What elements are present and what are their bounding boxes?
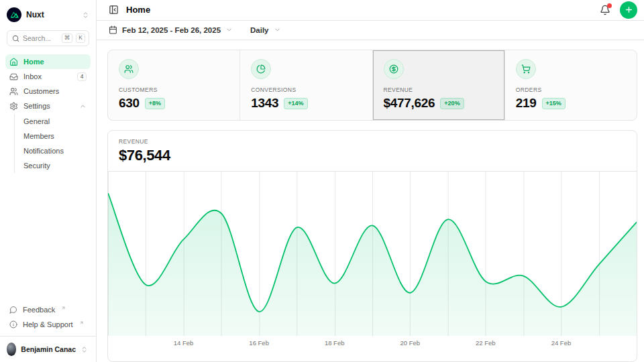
- chevrons-up-down-icon: [80, 346, 88, 353]
- sidebar-item-members[interactable]: Members: [23, 129, 91, 143]
- chevron-down-icon: [225, 26, 233, 34]
- stat-value: 219: [516, 96, 537, 111]
- stat-label: REVENUE: [384, 86, 494, 93]
- x-axis-tick: 18 Feb: [325, 339, 345, 347]
- kbd-meta: ⌘: [62, 34, 73, 42]
- stat-delta-badge: +14%: [284, 98, 307, 109]
- main-area: Home Feb 12, 2025 - Feb 26, 2025 Daily: [97, 0, 644, 362]
- pie-chart-icon: [251, 59, 271, 79]
- stat-label: ORDERS: [516, 86, 626, 93]
- sidebar-item-home[interactable]: Home: [5, 54, 91, 69]
- chart-metric-label: REVENUE: [119, 138, 626, 145]
- arrow-up-right-icon: [61, 306, 66, 310]
- search-input[interactable]: [23, 34, 58, 42]
- x-axis-tick: 24 Feb: [551, 339, 572, 347]
- foot-link-label: Feedback: [23, 306, 55, 314]
- sidebar-item-general[interactable]: General: [23, 114, 91, 129]
- sidebar-item-label: Home: [23, 58, 44, 66]
- user-section: Benjamin Canac: [0, 336, 96, 362]
- sidebar-item-notifications[interactable]: Notifications: [23, 143, 91, 158]
- gear-icon: [9, 102, 18, 111]
- stat-delta-badge: +15%: [542, 98, 566, 109]
- sidebar-item-settings[interactable]: Settings: [5, 99, 91, 113]
- stat-label: CONVERSIONS: [251, 86, 361, 93]
- chevrons-up-down-icon: [82, 11, 89, 19]
- search-input-wrapper[interactable]: ⌘ K: [7, 30, 89, 46]
- stats-row: CUSTOMERS 630 +8% CONVERSIONS 1343 +14%: [107, 50, 637, 121]
- search-icon: [12, 35, 19, 42]
- filters-toolbar: Feb 12, 2025 - Feb 26, 2025 Daily: [97, 21, 644, 40]
- sidebar-item-inbox[interactable]: Inbox 4: [5, 69, 91, 84]
- avatar: [7, 343, 16, 356]
- stat-value: $477,626: [384, 96, 435, 111]
- page-title: Home: [126, 5, 150, 15]
- chart-metric-value: $76,544: [119, 147, 626, 164]
- stat-value: 630: [119, 96, 140, 111]
- feedback-link[interactable]: Feedback: [5, 302, 91, 317]
- help-support-link[interactable]: Help & Support: [5, 317, 91, 332]
- date-range-button[interactable]: Feb 12, 2025 - Feb 26, 2025: [107, 23, 234, 37]
- stat-card-revenue[interactable]: REVENUE $477,626 +20%: [373, 50, 505, 120]
- user-menu[interactable]: Benjamin Canac: [5, 341, 91, 357]
- chart-canvas: [108, 172, 637, 336]
- arrow-up-right-icon: [79, 320, 84, 325]
- message-bubble-icon: [9, 306, 17, 314]
- sidebar-item-customers[interactable]: Customers: [5, 84, 91, 99]
- collapse-sidebar-button[interactable]: [107, 3, 120, 16]
- x-axis-tick: 16 Feb: [249, 339, 269, 347]
- chart-header: REVENUE $76,544: [108, 131, 637, 172]
- users-icon: [9, 87, 18, 96]
- stat-label: CUSTOMERS: [119, 86, 229, 93]
- notifications-button[interactable]: [598, 3, 612, 17]
- sidebar-nav: Home Inbox 4 Customers Settings: [5, 54, 91, 173]
- inbox-count-badge: 4: [77, 72, 87, 81]
- shopping-cart-icon: [516, 59, 536, 79]
- calendar-icon: [109, 25, 117, 34]
- chevron-down-icon: [274, 26, 281, 34]
- sidebar-item-label: Inbox: [23, 72, 42, 80]
- stat-value: 1343: [251, 96, 278, 111]
- chart-x-axis: 14 Feb16 Feb18 Feb20 Feb22 Feb24 Feb: [108, 336, 637, 352]
- stat-card-customers[interactable]: CUSTOMERS 630 +8%: [108, 50, 240, 120]
- notification-dot: [607, 3, 612, 8]
- settings-sub-list: General Members Notifications Security: [14, 114, 91, 173]
- inbox-icon: [9, 72, 18, 81]
- user-name: Benjamin Canac: [21, 345, 76, 353]
- x-axis-tick: 20 Feb: [400, 339, 420, 347]
- add-button[interactable]: [620, 1, 637, 19]
- sidebar: Nuxt ⌘ K Home Inbo: [0, 0, 97, 362]
- info-circle-icon: [9, 320, 17, 328]
- main-header: Home: [97, 0, 644, 21]
- sidebar-item-security[interactable]: Security: [23, 158, 91, 173]
- granularity-label: Daily: [250, 26, 269, 34]
- sidebar-item-label: Customers: [23, 87, 59, 95]
- revenue-area-chart: [108, 172, 637, 336]
- stat-delta-badge: +8%: [145, 98, 165, 109]
- dashboard-content: CUSTOMERS 630 +8% CONVERSIONS 1343 +14%: [97, 40, 644, 362]
- users-icon: [119, 59, 139, 79]
- nuxt-logo-icon: [7, 7, 21, 22]
- house-icon: [9, 58, 18, 66]
- workspace-switcher[interactable]: Nuxt: [5, 6, 91, 23]
- sidebar-item-label: Settings: [23, 102, 50, 110]
- workspace-name: Nuxt: [26, 10, 77, 19]
- granularity-select[interactable]: Daily: [249, 23, 282, 37]
- x-axis-tick: 14 Feb: [174, 339, 194, 347]
- foot-link-label: Help & Support: [23, 320, 73, 328]
- date-range-label: Feb 12, 2025 - Feb 26, 2025: [122, 26, 221, 34]
- circle-dollar-icon: [384, 59, 404, 79]
- kbd-k: K: [76, 34, 85, 42]
- stat-card-conversions[interactable]: CONVERSIONS 1343 +14%: [240, 50, 372, 120]
- chevron-up-icon: [79, 103, 87, 110]
- stat-card-orders[interactable]: ORDERS 219 +15%: [505, 50, 637, 120]
- x-axis-tick: 22 Feb: [476, 339, 496, 347]
- revenue-chart-card: REVENUE $76,544 14 Feb16 Feb18 Feb20 Feb…: [107, 130, 637, 362]
- stat-delta-badge: +20%: [440, 98, 464, 109]
